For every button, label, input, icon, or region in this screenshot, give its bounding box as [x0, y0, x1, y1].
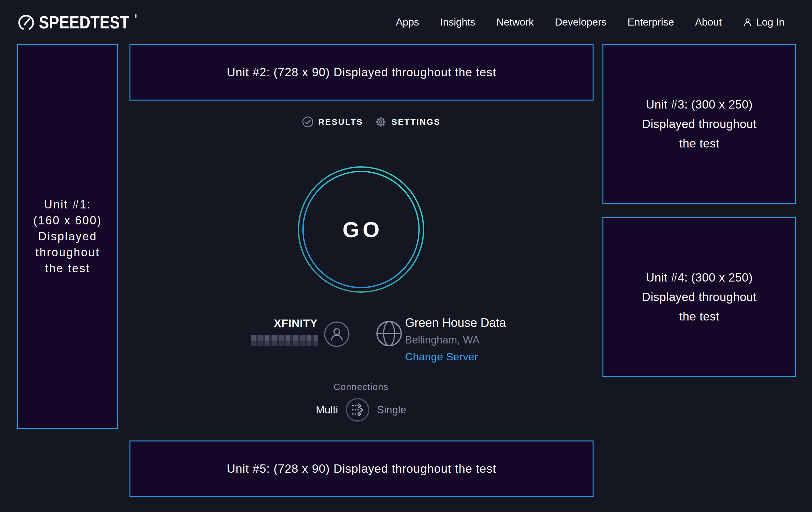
- nav-item-apps[interactable]: Apps: [396, 16, 419, 28]
- change-server-link[interactable]: Change Server: [405, 350, 478, 363]
- mode-single-option[interactable]: Single: [377, 404, 406, 416]
- isp-user-icon: [323, 321, 350, 349]
- ad-text-line: Unit #4: (300 x 250): [646, 268, 753, 287]
- connections-label: Connections: [321, 382, 401, 392]
- ad-text-line: Unit #5: (728 x 90) Displayed throughout…: [227, 462, 496, 476]
- login-button[interactable]: Log In: [743, 16, 785, 28]
- ad-unit-2-leaderboard[interactable]: Unit #2: (728 x 90) Displayed throughout…: [129, 44, 593, 101]
- ad-text-line: the test: [679, 307, 719, 326]
- ad-unit-5-leaderboard[interactable]: Unit #5: (728 x 90) Displayed throughout…: [129, 440, 593, 497]
- server-globe-icon: [376, 320, 403, 348]
- nav-item-insights[interactable]: Insights: [440, 16, 475, 28]
- ip-address-redacted: [251, 335, 318, 346]
- brand-name: SPEEDTEST: [39, 12, 129, 32]
- go-button[interactable]: GO: [297, 166, 425, 293]
- nav-item-developers[interactable]: Developers: [555, 16, 607, 28]
- login-label: Log In: [756, 16, 785, 28]
- ad-text-line: throughout: [35, 244, 100, 261]
- gear-icon: [375, 116, 386, 128]
- trademark-mark: [135, 14, 137, 18]
- check-circle-icon: [302, 116, 314, 128]
- ad-text-line: Unit #2: (728 x 90) Displayed throughout…: [227, 66, 496, 79]
- server-location: Bellingham, WA: [405, 334, 480, 346]
- tab-settings-label: SETTINGS: [391, 117, 440, 127]
- nav-item-network[interactable]: Network: [496, 16, 533, 28]
- tab-settings[interactable]: SETTINGS: [375, 116, 440, 128]
- speedtest-gauge-icon: [17, 13, 35, 31]
- user-icon: [743, 17, 752, 27]
- view-tabs: RESULTS: [302, 116, 440, 128]
- ad-text-line: the test: [45, 261, 90, 276]
- ad-unit-1-skyscraper[interactable]: Unit #1: (160 x 600) Displayed throughou…: [17, 44, 118, 429]
- nav-item-about[interactable]: About: [695, 16, 722, 28]
- ad-text-line: Unit #3: (300 x 250): [646, 95, 753, 114]
- ad-text-line: Displayed throughout: [642, 114, 757, 134]
- server-name: Green House Data: [405, 316, 506, 330]
- tab-results[interactable]: RESULTS: [302, 116, 363, 128]
- tab-results-label: RESULTS: [318, 117, 363, 127]
- ad-text-line: Unit #1:: [44, 197, 91, 213]
- ad-text-line: Displayed: [38, 228, 97, 244]
- brand-logo[interactable]: SPEEDTEST: [17, 12, 137, 32]
- ad-text-line: the test: [679, 134, 719, 153]
- top-nav: SPEEDTEST Apps Insights Network Develope…: [0, 0, 812, 44]
- nav-item-enterprise[interactable]: Enterprise: [628, 16, 674, 28]
- go-label: GO: [297, 166, 425, 293]
- ad-text-line: (160 x 600): [33, 213, 102, 228]
- mode-multi-option[interactable]: Multi: [316, 404, 338, 416]
- nav-links: Apps Insights Network Developers Enterpr…: [396, 16, 785, 28]
- isp-name: XFINITY: [251, 317, 318, 329]
- connections-mode-row: Multi Single: [297, 397, 425, 423]
- speedtest-page: SPEEDTEST Apps Insights Network Develope…: [0, 0, 812, 512]
- ad-text-line: Displayed throughout: [642, 287, 757, 307]
- ad-unit-3-rectangle[interactable]: Unit #3: (300 x 250) Displayed throughou…: [603, 44, 796, 204]
- connections-toggle-icon[interactable]: [345, 397, 370, 422]
- ad-unit-4-rectangle[interactable]: Unit #4: (300 x 250) Displayed throughou…: [603, 217, 796, 377]
